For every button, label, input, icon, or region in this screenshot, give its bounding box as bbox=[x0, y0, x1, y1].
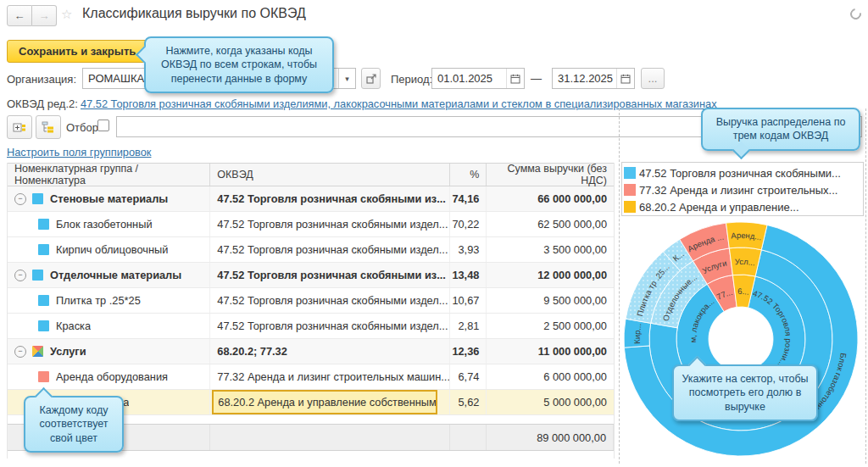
okved-cell[interactable]: 47.52 Торговля розничная скобяными издел… bbox=[210, 237, 450, 262]
page-title: Классификация выручки по ОКВЭД bbox=[82, 6, 306, 21]
period-to-value: 31.12.2025 bbox=[553, 72, 616, 85]
sum-cell: 66 000 000,00 bbox=[487, 186, 614, 211]
okved-cell[interactable]: 47.52 Торговля розничная скобяными издел… bbox=[210, 314, 450, 338]
collapse-minus-icon[interactable] bbox=[14, 346, 26, 358]
table-row[interactable]: Стеновые материалы47.52 Торговля розничн… bbox=[8, 186, 614, 212]
filter-label: Отбор: bbox=[66, 121, 102, 134]
percent-cell: 74,16 bbox=[450, 186, 487, 211]
legend-item: 77.32 Аренда и лизинг строительных... bbox=[624, 181, 863, 198]
legend-color-chip bbox=[624, 201, 636, 213]
sum-cell: 9 500 000,00 bbox=[487, 288, 614, 313]
legend-item: 47.52 Торговля розничная скобяными... bbox=[624, 164, 863, 181]
percent-cell: 3,93 bbox=[450, 237, 487, 262]
open-organization-button[interactable] bbox=[361, 68, 381, 89]
okved-cell-highlighted[interactable]: 68.20.2 Аренда и управление собственным … bbox=[212, 390, 437, 414]
calendar-icon[interactable] bbox=[506, 69, 524, 88]
color-marker bbox=[38, 320, 49, 331]
okved-cell[interactable]: 47.52 Торговля розничная скобяными из... bbox=[210, 186, 450, 211]
back-arrow-icon: ← bbox=[14, 9, 25, 22]
okved-cell[interactable]: 47.52 Торговля розничная скобяными издел… bbox=[210, 288, 450, 313]
open-form-icon bbox=[366, 74, 376, 84]
sum-cell: 5 000 000,00 bbox=[487, 390, 614, 414]
table-row[interactable]: Отделочные материалы47.52 Торговля розни… bbox=[8, 263, 614, 288]
percent-cell: 2,81 bbox=[450, 314, 487, 338]
table-body: Стеновые материалы47.52 Торговля розничн… bbox=[8, 186, 614, 415]
callout-save-hint: Нажмите, когда указаны коды ОКВЭД по все… bbox=[144, 36, 334, 93]
table-row[interactable]: Блок газобетонный47.52 Торговля рознична… bbox=[8, 212, 614, 237]
refresh-icon[interactable] bbox=[848, 6, 863, 21]
table-row[interactable]: Услуги68.20.2; 77.3212,3611 000 000,00 bbox=[8, 339, 614, 364]
chevron-down-icon[interactable] bbox=[338, 69, 355, 88]
percent-cell: 5,62 bbox=[450, 390, 487, 414]
sunburst-chart: 47.52 Торговля розни...м, лакокра...77..… bbox=[620, 215, 868, 467]
expand-tree-icon bbox=[13, 121, 26, 134]
collapse-minus-icon[interactable] bbox=[14, 193, 26, 205]
chart-sector-label: 6... bbox=[737, 286, 750, 297]
callout-color-hint: Каждому коду соответствует свой цвет bbox=[24, 396, 124, 453]
okved-classification-window: ← → Классификация выручки по ОКВЭД Сохра… bbox=[0, 0, 868, 467]
period-from-input[interactable]: 01.01.2025 bbox=[431, 68, 525, 89]
column-header-okved: ОКВЭД bbox=[210, 164, 450, 186]
back-button[interactable]: ← bbox=[7, 5, 32, 26]
color-marker bbox=[38, 295, 49, 306]
table-row[interactable]: Краска47.52 Торговля розничная скобяными… bbox=[8, 314, 614, 339]
nomenclature-name: Услуги bbox=[50, 345, 86, 358]
nomenclature-name: Краска bbox=[56, 320, 91, 332]
table-header-row: Номенклатурная группа / Номенклатура ОКВ… bbox=[8, 163, 614, 186]
okved-cell[interactable]: 47.52 Торговля розничная скобяными из... bbox=[210, 263, 450, 287]
tree-levels-icon bbox=[42, 121, 55, 134]
chart-legend: 47.52 Торговля розничная скобяными...77.… bbox=[621, 162, 864, 216]
save-close-button[interactable]: Сохранить и закрыть bbox=[7, 40, 147, 63]
table-row[interactable]: Кирпич облицовочный47.52 Торговля рознич… bbox=[8, 237, 614, 263]
nomenclature-name: Плитка тр .25*25 bbox=[56, 294, 141, 307]
period-more-button[interactable]: ... bbox=[641, 68, 665, 89]
color-marker bbox=[32, 346, 43, 357]
percent-cell: 13,48 bbox=[450, 263, 487, 287]
color-marker bbox=[38, 244, 49, 255]
nomenclature-name: Кирпич облицовочный bbox=[56, 243, 168, 256]
okved-edition-label: ОКВЭД ред.2: bbox=[7, 97, 78, 110]
nomenclature-name: Блок газобетонный bbox=[56, 218, 153, 231]
sum-cell: 6 000 000,00 bbox=[487, 364, 614, 389]
column-header-percent: % bbox=[450, 164, 487, 186]
nav-history-group: ← → bbox=[7, 5, 57, 26]
legend-item: 68.20.2 Аренда и управление... bbox=[624, 198, 863, 215]
sum-cell: 12 000 000,00 bbox=[487, 263, 614, 287]
calendar-icon[interactable] bbox=[616, 69, 634, 88]
collapse-minus-icon[interactable] bbox=[14, 270, 26, 281]
okved-cell[interactable]: 68.20.2 Аренда и управление собственным … bbox=[210, 390, 450, 414]
expand-all-button[interactable] bbox=[7, 115, 32, 139]
column-header-sum: Сумма выручки (без НДС) bbox=[487, 164, 614, 186]
forward-arrow-icon: → bbox=[39, 9, 50, 22]
sum-cell: 11 000 000,00 bbox=[487, 339, 614, 364]
color-marker bbox=[32, 270, 43, 281]
okved-cell[interactable]: 77.32 Аренда и лизинг строительных машин… bbox=[210, 364, 450, 389]
period-dash: — bbox=[531, 72, 542, 85]
filter-checkbox[interactable] bbox=[97, 120, 109, 131]
okved-cell[interactable]: 68.20.2; 77.32 bbox=[210, 339, 450, 364]
color-marker bbox=[32, 193, 43, 204]
legend-label: 47.52 Торговля розничная скобяными... bbox=[639, 167, 841, 180]
period-from-value: 01.01.2025 bbox=[432, 72, 506, 85]
legend-label: 77.32 Аренда и лизинг строительных... bbox=[639, 184, 837, 197]
collapse-levels-button[interactable] bbox=[36, 115, 61, 139]
sum-cell: 2 500 000,00 bbox=[487, 314, 614, 338]
forward-button[interactable]: → bbox=[32, 5, 57, 26]
total-sum: 89 000 000,00 bbox=[487, 425, 614, 450]
configure-grouping-link[interactable]: Настроить поля группировок bbox=[7, 146, 151, 158]
okved-cell[interactable]: 47.52 Торговля розничная скобяными издел… bbox=[210, 212, 450, 236]
legend-color-chip bbox=[624, 184, 636, 196]
table-row[interactable]: Плитка тр .25*2547.52 Торговля розничная… bbox=[8, 288, 614, 314]
nomenclature-name: Стеновые материалы bbox=[50, 192, 168, 205]
percent-cell: 70,22 bbox=[450, 212, 487, 236]
legend-label: 68.20.2 Аренда и управление... bbox=[639, 201, 799, 214]
nomenclature-name: Аренда оборудования bbox=[56, 370, 168, 383]
callout-sector-hint: Укажите на сектор, чтобы посмотреть его … bbox=[672, 364, 818, 421]
organization-label: Организация: bbox=[7, 73, 76, 86]
period-to-input[interactable]: 31.12.2025 bbox=[552, 68, 635, 89]
color-marker bbox=[38, 371, 49, 382]
favorite-star-icon[interactable] bbox=[61, 7, 72, 22]
legend-color-chip bbox=[624, 167, 636, 179]
callout-legend-hint: Выручка распределена по трем кодам ОКВЭД bbox=[701, 108, 860, 151]
table-row[interactable]: Аренда оборудования77.32 Аренда и лизинг… bbox=[8, 364, 614, 390]
